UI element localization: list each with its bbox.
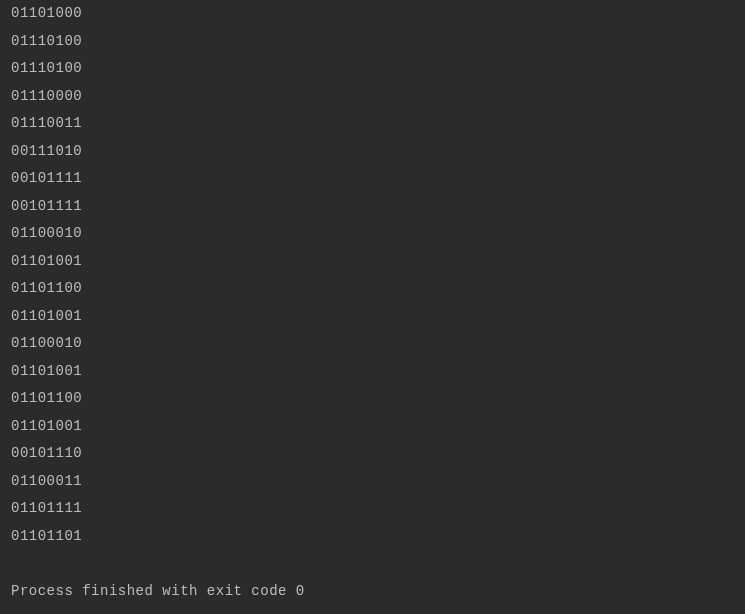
output-line: 01110100 bbox=[11, 28, 745, 56]
exit-message: Process finished with exit code 0 bbox=[11, 578, 745, 606]
output-line: 01101100 bbox=[11, 275, 745, 303]
output-line: 01101001 bbox=[11, 413, 745, 441]
output-line: 01101000 bbox=[11, 0, 745, 28]
output-line: 01110100 bbox=[11, 55, 745, 83]
output-line: 00101111 bbox=[11, 193, 745, 221]
output-line: 01110000 bbox=[11, 83, 745, 111]
output-line: 01101100 bbox=[11, 385, 745, 413]
output-line: 00111010 bbox=[11, 138, 745, 166]
output-line: 01100011 bbox=[11, 468, 745, 496]
output-line: 01101111 bbox=[11, 495, 745, 523]
output-line: 01101001 bbox=[11, 248, 745, 276]
output-line: 01101001 bbox=[11, 303, 745, 331]
output-line: 00101111 bbox=[11, 165, 745, 193]
console-output: 01101000 01110100 01110100 01110000 0111… bbox=[0, 0, 745, 605]
output-line: 00101110 bbox=[11, 440, 745, 468]
blank-line bbox=[11, 550, 745, 578]
output-line: 01101101 bbox=[11, 523, 745, 551]
output-line: 01100010 bbox=[11, 330, 745, 358]
output-line: 01110011 bbox=[11, 110, 745, 138]
output-line: 01101001 bbox=[11, 358, 745, 386]
output-line: 01100010 bbox=[11, 220, 745, 248]
